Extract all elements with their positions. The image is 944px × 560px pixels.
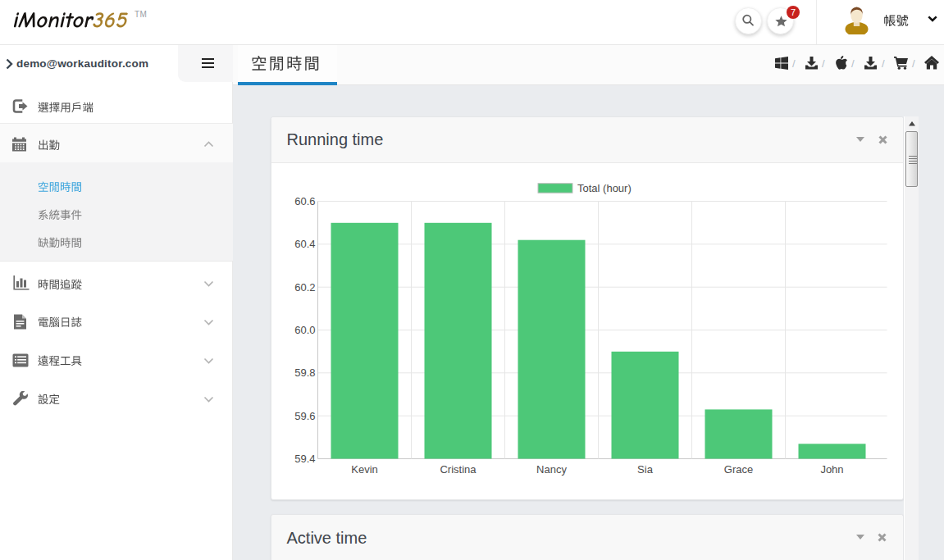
- svg-text:Total (hour): Total (hour): [577, 182, 632, 194]
- svg-text:Cristina: Cristina: [440, 463, 477, 476]
- svg-text:John: John: [820, 463, 843, 476]
- svg-text:59.6: 59.6: [294, 410, 315, 422]
- svg-text:60.4: 60.4: [294, 238, 315, 250]
- svg-text:Kevin: Kevin: [351, 463, 378, 476]
- svg-text:Grace: Grace: [723, 463, 752, 476]
- svg-text:59.8: 59.8: [294, 367, 315, 379]
- svg-text:60.6: 60.6: [294, 195, 315, 207]
- svg-text:60.2: 60.2: [294, 281, 315, 294]
- svg-text:59.4: 59.4: [294, 453, 315, 465]
- svg-text:Sia: Sia: [637, 463, 654, 476]
- svg-text:60.0: 60.0: [294, 324, 315, 336]
- svg-text:Nancy: Nancy: [536, 463, 567, 476]
